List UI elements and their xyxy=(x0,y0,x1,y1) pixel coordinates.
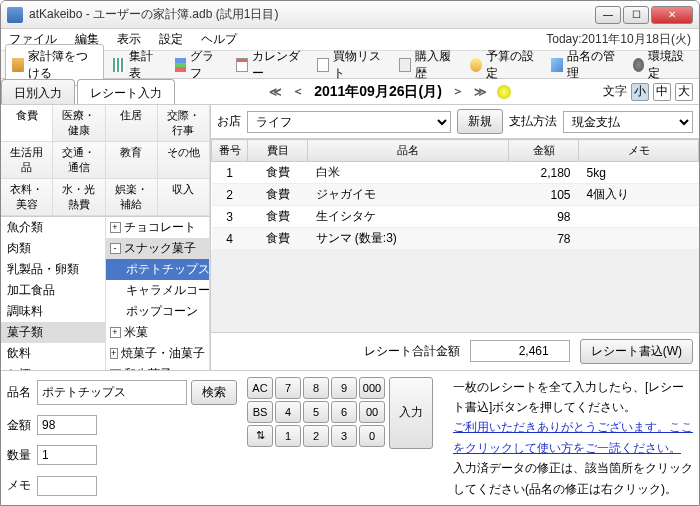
date-next[interactable]: ＞ xyxy=(452,83,464,100)
category-item[interactable]: 乳製品・卵類 xyxy=(1,259,105,280)
close-button[interactable]: ✕ xyxy=(651,6,693,24)
shop-select[interactable]: ライフ xyxy=(247,111,451,133)
category-cell[interactable]: 水・光熱費 xyxy=(53,179,105,216)
keypad-key[interactable]: 8 xyxy=(303,377,329,399)
keypad-key[interactable]: 0 xyxy=(359,425,385,447)
new-shop-button[interactable]: 新規 xyxy=(457,109,503,134)
category-item[interactable]: 調味料 xyxy=(1,301,105,322)
subcategory-item[interactable]: +チョコレート xyxy=(106,217,210,238)
col-memo[interactable]: メモ xyxy=(579,140,699,162)
table-row[interactable]: 2食費ジャガイモ1054個入り xyxy=(212,184,699,206)
payment-label: 支払方法 xyxy=(509,113,557,130)
entry-qty-label: 数量 xyxy=(7,447,31,464)
category-cell[interactable]: 交通・通信 xyxy=(53,142,105,179)
category-item[interactable]: 肉類 xyxy=(1,238,105,259)
keypad-key[interactable]: 5 xyxy=(303,401,329,423)
entry-amount-input[interactable] xyxy=(37,415,97,435)
expand-icon[interactable]: + xyxy=(110,327,121,338)
subcategory-item[interactable]: ポテトチップス xyxy=(106,259,210,280)
list-icon xyxy=(317,58,329,72)
entry-memo-label: メモ xyxy=(7,477,31,494)
keypad-key[interactable]: 2 xyxy=(303,425,329,447)
calendar-icon xyxy=(236,58,248,72)
category-cell[interactable]: 収入 xyxy=(158,179,210,216)
font-small-button[interactable]: 小 xyxy=(631,83,649,101)
keypad-key[interactable]: 7 xyxy=(275,377,301,399)
col-amount[interactable]: 金額 xyxy=(509,140,579,162)
col-exp[interactable]: 費目 xyxy=(248,140,308,162)
total-value: 2,461 xyxy=(470,340,570,362)
minimize-button[interactable]: — xyxy=(595,6,621,24)
status-dot-icon xyxy=(497,85,511,99)
table-row[interactable]: 3食費生イシタケ98 xyxy=(212,206,699,228)
category-cell[interactable]: 教育 xyxy=(106,142,158,179)
expand-icon[interactable]: + xyxy=(110,222,121,233)
category-cell[interactable]: その他 xyxy=(158,142,210,179)
keypad-key[interactable]: 000 xyxy=(359,377,385,399)
keypad-key[interactable]: ⇅ xyxy=(247,425,273,447)
current-date[interactable]: 2011年09月26日(月) xyxy=(314,83,442,101)
category-item[interactable]: 加工食品 xyxy=(1,280,105,301)
receipt-write-button[interactable]: レシート書込(W) xyxy=(580,339,693,364)
keypad-key[interactable]: BS xyxy=(247,401,273,423)
payment-select[interactable]: 現金支払 xyxy=(563,111,693,133)
hint-line-1: 一枚のレシートを全て入力したら、[レシート書込]ボタンを押してください。 xyxy=(453,377,693,418)
entry-amount-label: 金額 xyxy=(7,417,31,434)
keypad-key[interactable]: 6 xyxy=(331,401,357,423)
subcategory-item[interactable]: キャラメルコーン xyxy=(106,280,210,301)
expand-icon[interactable]: + xyxy=(110,348,119,359)
subcategory-item[interactable]: ポップコーン xyxy=(106,301,210,322)
entry-name-label: 品名 xyxy=(7,384,31,401)
shop-label: お店 xyxy=(217,113,241,130)
expand-icon[interactable]: - xyxy=(110,243,121,254)
table-icon xyxy=(113,58,125,72)
col-no[interactable]: 番号 xyxy=(212,140,248,162)
subcategory-item[interactable]: +焼菓子・油菓子 xyxy=(106,343,210,364)
category-cell[interactable]: 娯楽・補給 xyxy=(106,179,158,216)
subcategory-item[interactable]: +米菓 xyxy=(106,322,210,343)
search-button[interactable]: 検索 xyxy=(191,380,237,405)
date-prev-fast[interactable]: ≪ xyxy=(269,85,282,99)
subcategory-item[interactable]: -スナック菓子 xyxy=(106,238,210,259)
date-next-fast[interactable]: ≫ xyxy=(474,85,487,99)
input-button[interactable]: 入力 xyxy=(389,377,433,449)
category-item[interactable]: 魚介類 xyxy=(1,217,105,238)
entry-memo-input[interactable] xyxy=(37,476,97,496)
category-cell[interactable]: 医療・健康 xyxy=(53,105,105,142)
maximize-button[interactable]: ☐ xyxy=(623,6,649,24)
budget-icon xyxy=(470,58,482,72)
total-label: レシート合計金額 xyxy=(364,343,460,360)
hint-link[interactable]: ご利用いただきありがとうございます。ここをクリックして使い方をご一読ください。 xyxy=(453,420,693,454)
col-item[interactable]: 品名 xyxy=(308,140,509,162)
gear-icon xyxy=(633,58,645,72)
tag-icon xyxy=(551,58,563,72)
keypad-key[interactable]: 4 xyxy=(275,401,301,423)
table-row[interactable]: 1食費白米2,1805kg xyxy=(212,162,699,184)
keypad-key[interactable]: 3 xyxy=(331,425,357,447)
date-prev[interactable]: ＜ xyxy=(292,83,304,100)
font-large-button[interactable]: 大 xyxy=(675,83,693,101)
category-cell[interactable]: 衣料・美容 xyxy=(1,179,53,216)
keypad-key[interactable]: 00 xyxy=(359,401,385,423)
tab-daily[interactable]: 日別入力 xyxy=(1,79,75,104)
font-mid-button[interactable]: 中 xyxy=(653,83,671,101)
category-cell[interactable]: 住居 xyxy=(106,105,158,142)
history-icon xyxy=(399,58,411,72)
keypad-key[interactable]: 9 xyxy=(331,377,357,399)
category-cell[interactable]: 生活用品 xyxy=(1,142,53,179)
entry-qty-input[interactable] xyxy=(37,445,97,465)
window-title: atKakeibo - ユーザーの家計簿.adb (試用1日目) xyxy=(29,6,595,23)
chart-icon xyxy=(175,58,187,72)
category-item[interactable]: 菓子類 xyxy=(1,322,105,343)
app-icon xyxy=(7,7,23,23)
book-icon xyxy=(12,58,24,72)
keypad-key[interactable]: 1 xyxy=(275,425,301,447)
category-item[interactable]: 飲料 xyxy=(1,343,105,364)
table-row[interactable]: 4食費サンマ (数量:3)78 xyxy=(212,228,699,250)
category-cell[interactable]: 交際・行事 xyxy=(158,105,210,142)
keypad-key[interactable]: AC xyxy=(247,377,273,399)
font-label: 文字 xyxy=(603,83,627,100)
entry-name-input[interactable] xyxy=(37,380,187,405)
tab-receipt[interactable]: レシート入力 xyxy=(77,79,175,104)
category-cell[interactable]: 食費 xyxy=(1,105,53,142)
